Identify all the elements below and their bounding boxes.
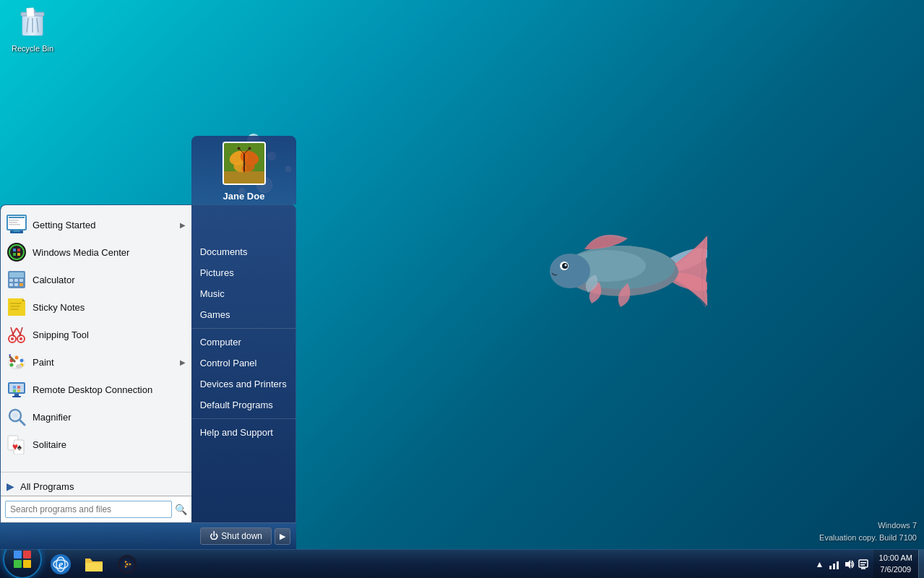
start-menu-bottom: ⏻ Shut down ▶ xyxy=(0,522,296,549)
svg-rect-78 xyxy=(13,389,16,392)
svg-rect-54 xyxy=(10,306,20,307)
right-menu-default-programs[interactable]: Default Programs xyxy=(191,394,295,415)
windows-info: Windows 7 Evaluation copy. Build 7100 xyxy=(819,519,917,543)
svg-rect-46 xyxy=(14,279,18,282)
calc-label: Calculator xyxy=(33,275,186,285)
fish-decoration xyxy=(527,202,707,361)
svg-rect-99 xyxy=(85,561,103,563)
svg-point-1 xyxy=(666,269,707,295)
sticky-notes-label: Sticky Notes xyxy=(33,302,186,313)
svg-point-3 xyxy=(566,246,675,289)
taskbar-right: ▲ xyxy=(810,550,924,578)
power-icon: ⏻ xyxy=(210,531,218,541)
right-menu-computer[interactable]: Computer xyxy=(191,332,295,353)
show-desktop-button[interactable] xyxy=(918,550,924,579)
recycle-bin-icon[interactable]: Recycle Bin xyxy=(4,4,61,54)
menu-item-magnifier[interactable]: Magnifier xyxy=(1,403,191,431)
svg-rect-93 xyxy=(23,560,31,568)
all-programs-item[interactable]: ▶ All Programs xyxy=(1,477,191,496)
svg-rect-27 xyxy=(224,171,264,184)
svg-point-0 xyxy=(659,243,707,277)
right-menu-games[interactable]: Games xyxy=(191,304,295,325)
tray-network-icon[interactable] xyxy=(829,558,840,570)
shutdown-arrow-button[interactable]: ▶ xyxy=(275,528,290,545)
clock-area[interactable]: 10:00 AM 7/6/2009 xyxy=(873,550,918,579)
windows-logo-icon xyxy=(12,549,33,569)
menu-item-getting-started[interactable]: Getting Started ▶ xyxy=(1,211,191,238)
svg-rect-31 xyxy=(9,220,19,221)
menu-item-solitaire[interactable]: ♥ ♠ Solitaire xyxy=(1,431,191,458)
start-menu-panel: Getting Started ▶ xyxy=(0,204,296,522)
svg-point-4 xyxy=(566,250,646,282)
taskbar-folder-icon[interactable] xyxy=(78,551,110,577)
menu-item-snipping[interactable]: Snipping Tool xyxy=(1,321,191,348)
search-input[interactable] xyxy=(5,501,172,518)
svg-rect-41 xyxy=(13,253,16,256)
svg-rect-40 xyxy=(17,249,20,251)
right-menu-documents[interactable]: Documents xyxy=(191,241,295,262)
search-icon[interactable]: 🔍 xyxy=(175,504,187,515)
menu-item-wmc[interactable]: Windows Media Center xyxy=(1,238,191,266)
tray-arrow-icon[interactable]: ▲ xyxy=(814,558,826,570)
svg-point-6 xyxy=(560,262,569,270)
svg-rect-80 xyxy=(14,394,19,396)
menu-item-rdp[interactable]: Remote Desktop Connection xyxy=(1,376,191,403)
getting-started-icon xyxy=(7,215,27,235)
right-menu-help[interactable]: Help and Support xyxy=(191,422,295,443)
menu-item-paint[interactable]: Paint ▶ xyxy=(1,348,191,376)
recycle-bin-label: Recycle Bin xyxy=(12,44,53,53)
svg-marker-52 xyxy=(22,298,25,301)
svg-rect-107 xyxy=(833,564,835,569)
svg-point-68 xyxy=(10,363,14,367)
svg-point-24 xyxy=(237,147,240,150)
shutdown-arrow-icon: ▶ xyxy=(280,532,285,540)
tray-action-center-icon[interactable] xyxy=(858,558,869,570)
svg-rect-112 xyxy=(860,564,865,566)
svg-rect-75 xyxy=(9,384,24,392)
shutdown-label: Shut down xyxy=(221,531,262,541)
taskbar-ie-icon[interactable]: e xyxy=(45,551,77,577)
svg-point-67 xyxy=(20,359,24,363)
snipping-icon xyxy=(7,324,27,345)
svg-text:♠: ♠ xyxy=(17,442,22,452)
right-menu-music[interactable]: Music xyxy=(191,283,295,304)
start-menu-right-panel: Documents Pictures Music Games Computer … xyxy=(191,205,295,522)
user-avatar[interactable] xyxy=(223,142,266,185)
tray-sound-icon[interactable] xyxy=(843,558,855,570)
getting-started-label: Getting Started xyxy=(33,220,174,230)
taskbar-media-player-icon[interactable] xyxy=(111,551,143,577)
svg-rect-76 xyxy=(13,386,16,389)
paint-label: Paint xyxy=(33,357,174,368)
snipping-label: Snipping Tool xyxy=(33,329,186,340)
user-profile-area: Jane Doe xyxy=(191,136,296,204)
svg-point-5 xyxy=(550,254,590,288)
svg-point-7 xyxy=(562,263,568,269)
date-display: 7/6/2009 xyxy=(879,564,912,575)
svg-rect-91 xyxy=(23,551,31,558)
right-separator-1 xyxy=(191,328,295,329)
right-menu-pictures[interactable]: Pictures xyxy=(191,262,295,283)
taskbar-pinned-items: e xyxy=(45,550,143,578)
sticky-notes-icon xyxy=(7,297,27,317)
svg-rect-22 xyxy=(243,154,245,173)
svg-text:e: e xyxy=(59,559,63,570)
svg-point-71 xyxy=(16,364,22,368)
windows-version: Windows 7 xyxy=(819,519,917,532)
right-menu-devices[interactable]: Devices and Printers xyxy=(191,374,295,394)
solitaire-icon: ♥ ♠ xyxy=(7,434,27,454)
svg-rect-42 xyxy=(17,253,20,256)
svg-rect-108 xyxy=(837,561,839,569)
svg-point-59 xyxy=(20,337,22,340)
menu-item-sticky-notes[interactable]: Sticky Notes xyxy=(1,293,191,321)
menu-item-calculator[interactable]: Calculator xyxy=(1,266,191,293)
svg-rect-39 xyxy=(13,249,16,251)
paint-icon xyxy=(7,352,27,372)
ie-icon: e xyxy=(49,553,72,576)
svg-rect-45 xyxy=(9,279,13,282)
menu-separator-1 xyxy=(1,472,191,473)
svg-rect-50 xyxy=(20,283,23,286)
taskbar: e ▲ xyxy=(0,549,924,578)
right-menu-control-panel[interactable]: Control Panel xyxy=(191,353,295,374)
svg-rect-53 xyxy=(10,303,22,304)
shutdown-button[interactable]: ⏻ Shut down xyxy=(200,527,272,545)
